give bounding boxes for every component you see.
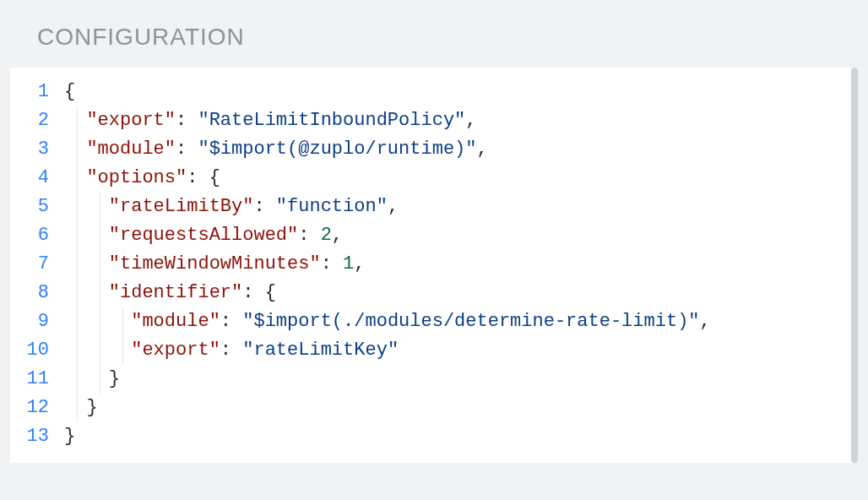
line-number: 7 xyxy=(24,250,49,279)
line-number-gutter: 12345678910111213 xyxy=(10,78,64,451)
indent-guide xyxy=(100,336,100,365)
indent-guide xyxy=(77,394,78,422)
indent-guide xyxy=(77,336,78,365)
indent-guide xyxy=(77,250,78,279)
code-line[interactable]: { xyxy=(64,78,858,106)
token-num: 2 xyxy=(321,225,332,246)
token-str: "RateLimitInboundPolicy" xyxy=(198,110,465,131)
token-punct: : xyxy=(242,282,264,303)
code-area[interactable]: { "export": "RateLimitInboundPolicy", "m… xyxy=(64,78,858,451)
token-plain xyxy=(64,397,86,418)
token-brace: } xyxy=(109,368,120,389)
token-plain xyxy=(64,340,131,361)
token-punct: : xyxy=(321,253,343,274)
code-line[interactable]: "module": "$import(@zuplo/runtime)", xyxy=(64,135,858,164)
indent-guide xyxy=(100,250,100,279)
section-title: CONFIGURATION xyxy=(37,24,831,51)
indent-guide xyxy=(100,221,100,250)
line-number: 3 xyxy=(24,135,49,164)
line-number: 9 xyxy=(24,307,49,336)
indent-guide xyxy=(77,135,78,164)
code-line[interactable]: "module": "$import(./modules/determine-r… xyxy=(64,307,858,336)
code-line[interactable]: } xyxy=(64,394,858,422)
code-line[interactable]: } xyxy=(64,422,858,451)
token-key: "export" xyxy=(131,340,220,361)
token-punct: : xyxy=(298,225,320,246)
line-number: 4 xyxy=(24,164,49,193)
line-number: 11 xyxy=(24,365,49,394)
token-punct: , xyxy=(465,110,476,131)
line-number: 5 xyxy=(24,193,49,221)
token-key: "options" xyxy=(86,167,187,188)
indent-guide xyxy=(77,193,78,221)
token-punct: , xyxy=(332,225,343,246)
token-plain xyxy=(64,368,109,389)
token-punct: : xyxy=(176,110,198,131)
token-punct: , xyxy=(388,196,399,217)
indent-guide xyxy=(77,279,78,307)
indent-guide xyxy=(100,307,100,336)
code-line[interactable]: "export": "rateLimitKey" xyxy=(64,336,858,365)
indent-guide xyxy=(77,365,78,394)
token-plain xyxy=(64,167,86,188)
code-line[interactable]: "timeWindowMinutes": 1, xyxy=(64,250,858,279)
vertical-scrollbar[interactable] xyxy=(851,68,858,463)
token-str: "rateLimitKey" xyxy=(242,340,399,361)
token-brace: { xyxy=(265,282,276,303)
token-plain xyxy=(64,311,131,332)
indent-guide xyxy=(100,193,100,221)
line-number: 13 xyxy=(24,422,49,451)
code-line[interactable]: "export": "RateLimitInboundPolicy", xyxy=(64,106,858,135)
token-plain xyxy=(64,110,86,131)
indent-guide xyxy=(77,307,78,336)
line-number: 12 xyxy=(24,394,49,422)
token-brace: { xyxy=(209,167,220,188)
line-number: 8 xyxy=(24,279,49,307)
token-plain xyxy=(64,139,86,160)
token-plain xyxy=(64,282,109,303)
token-punct: : xyxy=(220,311,242,332)
token-plain xyxy=(64,253,109,274)
line-number: 6 xyxy=(24,221,49,250)
code-line[interactable]: "options": { xyxy=(64,164,858,193)
code-editor[interactable]: 12345678910111213 { "export": "RateLimit… xyxy=(10,68,858,463)
token-punct: , xyxy=(700,311,711,332)
indent-guide xyxy=(77,106,78,135)
token-key: "identifier" xyxy=(109,282,242,303)
config-header: CONFIGURATION xyxy=(0,0,868,68)
indent-guide xyxy=(122,336,123,365)
token-punct: : xyxy=(176,139,198,160)
line-number: 10 xyxy=(24,336,49,365)
indent-guide xyxy=(122,307,123,336)
token-punct: : xyxy=(253,196,275,217)
token-key: "module" xyxy=(86,139,176,160)
indent-guide xyxy=(77,164,78,193)
token-punct: , xyxy=(354,253,365,274)
code-line[interactable]: "rateLimitBy": "function", xyxy=(64,193,858,221)
indent-guide xyxy=(100,279,100,307)
token-brace: { xyxy=(64,81,75,102)
token-str: "function" xyxy=(276,196,388,217)
token-key: "requestsAllowed" xyxy=(109,225,298,246)
code-line[interactable]: } xyxy=(64,365,858,394)
indent-guide xyxy=(100,365,100,394)
token-key: "export" xyxy=(86,110,176,131)
indent-guide xyxy=(77,221,78,250)
token-key: "rateLimitBy" xyxy=(109,196,254,217)
code-line[interactable]: "requestsAllowed": 2, xyxy=(64,221,858,250)
token-punct: , xyxy=(477,139,488,160)
token-str: "$import(./modules/determine-rate-limit)… xyxy=(242,311,699,332)
token-brace: } xyxy=(64,426,75,447)
token-key: "module" xyxy=(131,311,220,332)
token-punct: : xyxy=(187,167,209,188)
line-number: 2 xyxy=(24,106,49,135)
code-line[interactable]: "identifier": { xyxy=(64,279,858,307)
token-plain xyxy=(64,225,109,246)
token-brace: } xyxy=(86,397,97,418)
token-str: "$import(@zuplo/runtime)" xyxy=(198,139,476,160)
line-number: 1 xyxy=(24,78,49,106)
token-num: 1 xyxy=(343,253,354,274)
token-punct: : xyxy=(220,340,242,361)
token-key: "timeWindowMinutes" xyxy=(109,253,321,274)
token-plain xyxy=(64,196,109,217)
